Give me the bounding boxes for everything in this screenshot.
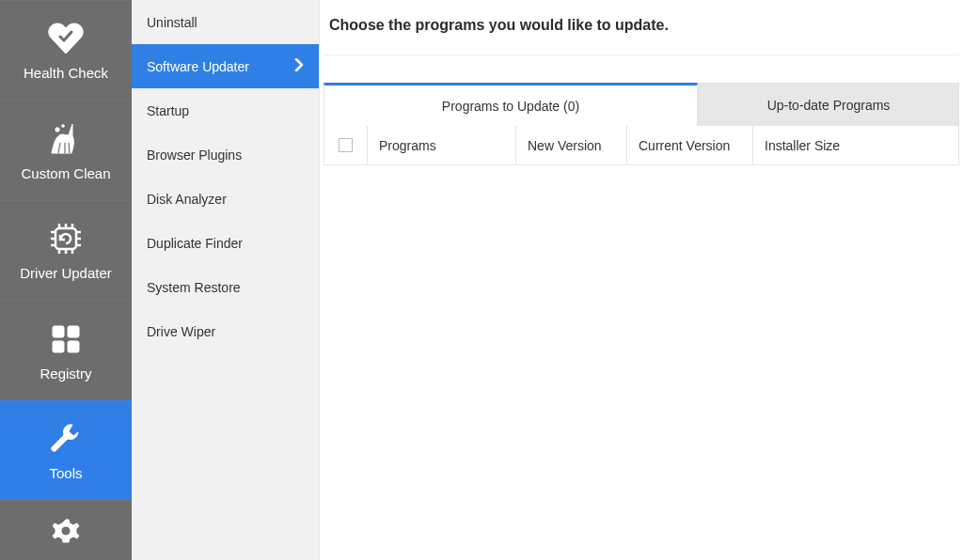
tool-disk-analyzer[interactable]: Disk Analyzer bbox=[132, 177, 319, 221]
tool-uninstall[interactable]: Uninstall bbox=[132, 0, 319, 44]
nav-tools[interactable]: Tools bbox=[0, 400, 132, 500]
svg-rect-2 bbox=[55, 228, 76, 249]
nav-health-check[interactable]: Health Check bbox=[0, 0, 132, 100]
svg-rect-17 bbox=[53, 341, 64, 352]
nav-label: Health Check bbox=[24, 65, 108, 81]
tool-label: Startup bbox=[147, 103, 189, 118]
chevron-right-icon bbox=[294, 56, 304, 76]
svg-rect-18 bbox=[68, 341, 79, 352]
tool-label: Browser Plugins bbox=[147, 148, 242, 163]
col-programs[interactable]: Programs bbox=[368, 126, 516, 164]
tool-label: Drive Wiper bbox=[147, 324, 215, 339]
tool-label: Software Updater bbox=[147, 59, 249, 74]
tool-drive-wiper[interactable]: Drive Wiper bbox=[132, 309, 319, 353]
svg-point-19 bbox=[61, 526, 71, 536]
divider bbox=[324, 54, 959, 83]
heart-check-icon bbox=[47, 20, 85, 57]
tool-duplicate-finder[interactable]: Duplicate Finder bbox=[132, 221, 319, 265]
tab-label: Up-to-date Programs bbox=[767, 98, 891, 113]
select-all-checkbox[interactable] bbox=[339, 138, 353, 152]
nav-label: Registry bbox=[39, 366, 91, 381]
wrench-icon bbox=[47, 420, 85, 458]
nav-registry[interactable]: Registry bbox=[0, 300, 132, 399]
tool-startup[interactable]: Startup bbox=[132, 88, 319, 132]
nav-driver-updater[interactable]: Driver Updater bbox=[0, 200, 132, 300]
col-current-version[interactable]: Current Version bbox=[627, 126, 753, 164]
col-installer-size[interactable]: Installer Size bbox=[753, 126, 958, 164]
tool-software-updater[interactable]: Software Updater bbox=[132, 44, 319, 88]
tab-up-to-date[interactable]: Up-to-date Programs bbox=[698, 83, 959, 126]
svg-rect-15 bbox=[53, 326, 64, 337]
tab-programs-to-update[interactable]: Programs to Update (0) bbox=[324, 83, 698, 126]
svg-point-0 bbox=[55, 127, 59, 131]
tool-browser-plugins[interactable]: Browser Plugins bbox=[132, 132, 319, 177]
sidebar-primary: Health Check Custom Clean Driver Updater… bbox=[0, 0, 132, 560]
broom-icon bbox=[47, 120, 85, 158]
tool-system-restore[interactable]: System Restore bbox=[132, 265, 319, 309]
tool-label: Disk Analyzer bbox=[147, 192, 227, 207]
gear-icon bbox=[47, 514, 85, 552]
nav-label: Custom Clean bbox=[21, 165, 110, 181]
grid-icon bbox=[47, 320, 85, 358]
tool-label: System Restore bbox=[147, 280, 241, 295]
updates-table-header: Programs New Version Current Version Ins… bbox=[324, 126, 959, 165]
svg-point-1 bbox=[62, 124, 65, 127]
sidebar-tools: Uninstall Software Updater Startup Brows… bbox=[132, 0, 320, 560]
main-pane: Choose the programs you would like to up… bbox=[320, 0, 963, 560]
nav-label: Driver Updater bbox=[20, 265, 112, 281]
tab-label: Programs to Update (0) bbox=[442, 99, 579, 114]
page-title: Choose the programs you would like to up… bbox=[320, 0, 963, 54]
nav-settings[interactable] bbox=[0, 500, 132, 560]
col-select-all bbox=[324, 126, 368, 164]
svg-rect-16 bbox=[68, 326, 79, 337]
tool-label: Uninstall bbox=[147, 15, 197, 30]
tool-label: Duplicate Finder bbox=[147, 236, 243, 251]
chip-refresh-icon bbox=[47, 220, 85, 257]
tabs-row: Programs to Update (0) Up-to-date Progra… bbox=[324, 83, 959, 126]
nav-custom-clean[interactable]: Custom Clean bbox=[0, 100, 132, 199]
nav-label: Tools bbox=[49, 465, 82, 481]
col-new-version[interactable]: New Version bbox=[516, 126, 627, 164]
